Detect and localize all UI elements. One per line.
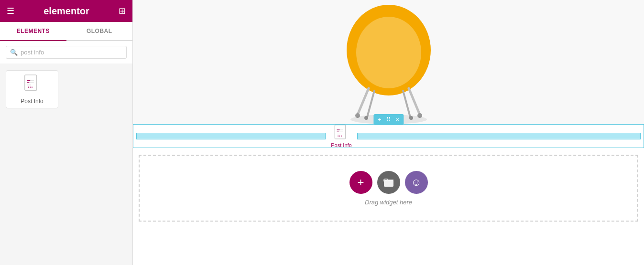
svg-line-12 bbox=[409, 88, 420, 115]
search-box: 🔍 bbox=[6, 46, 127, 59]
sidebar-header: ☰ elementor ⊞ bbox=[0, 0, 132, 22]
drop-zone-label: Drag widget here bbox=[365, 199, 412, 206]
tab-elements[interactable]: ELEMENTS bbox=[0, 22, 66, 41]
widget-add-btn[interactable]: + bbox=[376, 116, 383, 124]
chair-area bbox=[133, 0, 644, 124]
drop-zone: + ☺ Drag widget here bbox=[139, 155, 638, 222]
chair-image bbox=[312, 0, 465, 124]
collapse-arrow[interactable]: ‹ bbox=[133, 127, 133, 145]
svg-line-13 bbox=[367, 91, 374, 117]
widget-card-label: Post Info bbox=[21, 98, 43, 105]
svg-point-6 bbox=[28, 86, 29, 87]
widget-strip-label: Post Info bbox=[331, 142, 351, 148]
widget-strip-left-bar bbox=[136, 133, 326, 139]
svg-point-7 bbox=[30, 86, 31, 87]
widget-strip-post-info-icon bbox=[334, 124, 349, 141]
svg-line-11 bbox=[358, 88, 369, 115]
search-input[interactable] bbox=[21, 49, 122, 56]
svg-point-8 bbox=[32, 86, 33, 87]
svg-line-14 bbox=[403, 91, 410, 117]
elementor-logo: elementor bbox=[44, 6, 89, 17]
widget-drag-btn[interactable]: ⠿ bbox=[385, 116, 393, 124]
templates-button[interactable] bbox=[377, 171, 400, 194]
sidebar: ☰ elementor ⊞ ELEMENTS GLOBAL 🔍 bbox=[0, 0, 133, 265]
widgets-area: Post Info bbox=[0, 64, 132, 265]
svg-point-27 bbox=[339, 136, 340, 137]
search-icon: 🔍 bbox=[10, 49, 18, 56]
widget-strip: ‹ + ⠿ × Post Info bbox=[133, 124, 644, 148]
more-button[interactable]: ☺ bbox=[405, 171, 428, 194]
widget-close-btn[interactable]: × bbox=[394, 116, 401, 124]
widget-strip-right-bar bbox=[357, 133, 641, 139]
drop-zone-buttons: + ☺ bbox=[349, 171, 428, 194]
search-area: 🔍 bbox=[0, 41, 132, 64]
svg-rect-29 bbox=[384, 180, 393, 187]
sidebar-tabs: ELEMENTS GLOBAL bbox=[0, 22, 132, 41]
widget-toolbar: + ⠿ × bbox=[373, 114, 404, 125]
svg-point-28 bbox=[341, 136, 342, 137]
svg-point-10 bbox=[356, 17, 421, 88]
widget-strip-icon-wrapper: Post Info bbox=[329, 124, 353, 148]
add-widget-button[interactable]: + bbox=[349, 171, 372, 194]
post-info-icon bbox=[23, 74, 41, 95]
apps-icon[interactable]: ⊞ bbox=[119, 6, 126, 16]
hamburger-icon[interactable]: ☰ bbox=[7, 6, 14, 16]
svg-point-26 bbox=[338, 136, 338, 137]
main-canvas: ‹ + ⠿ × Post Info bbox=[133, 0, 644, 265]
tab-global[interactable]: GLOBAL bbox=[66, 22, 133, 40]
widget-card-post-info[interactable]: Post Info bbox=[6, 70, 58, 108]
